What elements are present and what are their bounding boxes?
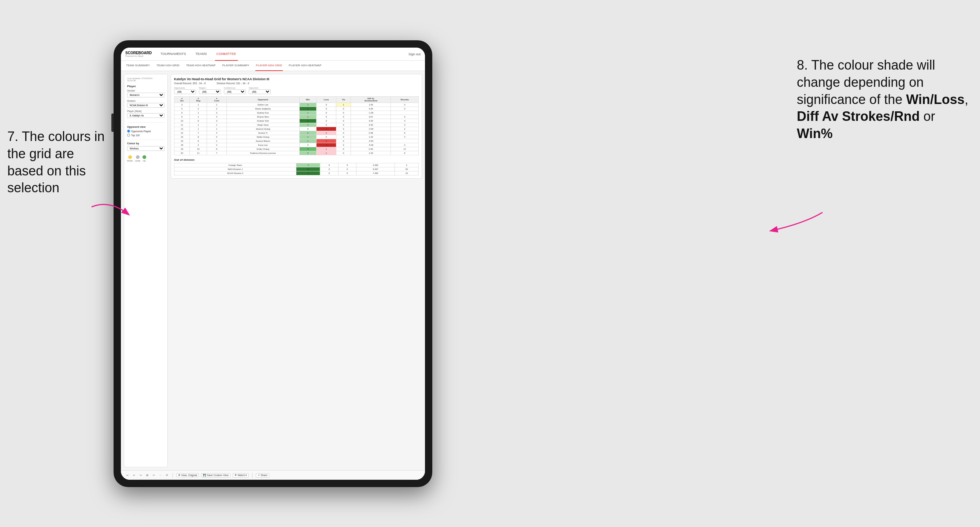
cell-out-rounds: 2 <box>395 163 418 167</box>
cell-reg: 7 <box>190 131 207 135</box>
cell-opponent: Sydney Kuo <box>226 111 299 115</box>
cell-win: 0 <box>299 127 316 131</box>
redo-forward-button[interactable]: ↪ <box>138 473 143 477</box>
nav-tournaments[interactable]: TOURNAMENTS <box>159 48 187 61</box>
cell-tie: 0 <box>336 107 351 111</box>
cell-conf: 4 <box>207 115 226 119</box>
sub-nav-player-h2h-grid[interactable]: PLAYER H2H GRID <box>255 61 283 71</box>
cell-reg: 1 <box>190 115 207 119</box>
table-row: 15 8 5 Stella Cheng 1 0 0 1.25 4 <box>174 135 419 139</box>
cell-diff: 4.00 <box>351 107 391 111</box>
division-label: Division <box>127 100 164 102</box>
cell-out-loss: 0 <box>320 167 338 171</box>
cell-loss: 0 <box>317 123 336 127</box>
cell-win: 1 <box>299 135 316 139</box>
cell-rounds: 2 <box>391 127 419 131</box>
cell-tie: 0 <box>336 111 351 115</box>
opponents-filter-label: Opponents: <box>174 87 196 89</box>
cell-rounds: 2 <box>391 143 419 147</box>
cell-reg: 1 <box>190 103 207 107</box>
cell-conf: 1 <box>207 139 226 143</box>
more-button[interactable]: ··· <box>158 473 163 477</box>
cell-opponent: Eunice Yi <box>226 131 299 135</box>
division-record: Division Record: 331 - 34 - 6 <box>216 82 249 84</box>
table-row: 6 1 3 Sydney Kuo 1 0 0 -1.00 <box>174 111 419 115</box>
cell-diff: 1.25 <box>351 135 391 139</box>
arrow-right-indicator <box>767 209 826 240</box>
cell-out-tie: 0 <box>338 171 356 175</box>
radio-opponents-played[interactable]: Opponents Played <box>127 130 164 133</box>
colour-legend: Down Level Up <box>127 155 164 162</box>
cell-tie: 0 <box>336 115 351 119</box>
cell-win: 1 <box>299 103 316 107</box>
th-rounds: Rounds <box>391 97 419 103</box>
opponent-view-title: Opponent view <box>127 125 164 128</box>
cell-out-win: 5 <box>296 171 320 175</box>
filters-row: Opponents: (All) Region (All) <box>174 87 419 94</box>
cell-loss: 1 <box>317 127 336 131</box>
main-grid-card: Katelyn Vo Head-to-Head Grid for Women's… <box>171 74 422 179</box>
cell-reg: 1 <box>190 127 207 131</box>
cell-div: 6 <box>174 111 190 115</box>
cell-rounds: 4 <box>391 135 419 139</box>
table-row: 10 6 3 Andrea York 2 0 0 4.00 4 <box>174 119 419 123</box>
save-custom-view-button[interactable]: 💾 Save Custom View <box>201 473 231 478</box>
region-filter-select[interactable]: (All) <box>199 89 221 94</box>
cell-conf: 5 <box>207 135 226 139</box>
view-original-button[interactable]: 👁 View: Original <box>176 473 199 477</box>
cell-rounds: 3 <box>391 115 419 119</box>
cell-diff: -0.94 <box>351 139 391 143</box>
opponents-filter-select[interactable]: (All) <box>174 89 196 94</box>
nav-teams[interactable]: TEAMS <box>194 48 208 61</box>
table-row: 14 7 4 Eunice Yi 2 2 0 0.38 9 <box>174 131 419 135</box>
cell-out-opponent: Foreign Team <box>174 163 296 167</box>
cell-conf: 2 <box>207 107 226 111</box>
sub-nav-team-h2h-grid[interactable]: TEAM H2H GRID <box>156 61 180 71</box>
cell-conf: 3 <box>207 119 226 123</box>
opponent-filter-select[interactable]: (All) <box>249 89 271 94</box>
cell-reg: 8 <box>190 135 207 139</box>
cell-diff: -5.00 <box>351 143 391 147</box>
watch-button[interactable]: 👁 Watch ▾ <box>232 473 249 478</box>
table-row: 9 1 4 Sharon Mun 1 0 0 3.67 3 <box>174 115 419 119</box>
cut-button[interactable]: ✂ <box>152 473 156 477</box>
sub-nav-player-h2h-heatmap[interactable]: PLAYER H2H HEATMAP <box>288 61 322 71</box>
gender-select[interactable]: Women's <box>127 93 164 97</box>
opponent-filter: Opponent (All) <box>249 87 271 94</box>
nav-committee[interactable]: COMMITTEE <box>215 48 238 61</box>
player-rank-select[interactable]: 8. Katelyn Vo <box>127 113 164 118</box>
undo-button[interactable]: ↩ <box>125 473 130 477</box>
cell-rounds: 6 <box>391 151 419 155</box>
last-updated: Last Updated: 27/03/2024 16:55:38 <box>127 77 164 82</box>
cell-tie: 0 <box>336 135 351 139</box>
conference-filter-select[interactable]: (All) <box>224 89 246 94</box>
cell-rounds <box>391 111 419 115</box>
cell-loss: 3 <box>317 143 336 147</box>
sign-out-link[interactable]: Sign out <box>409 52 421 56</box>
division-select[interactable]: NCAA Division III <box>127 103 164 108</box>
cell-reg: 2 <box>190 143 207 147</box>
table-row: 3 1 1 Esther Lee 1 0 1 1.50 4 <box>174 103 419 107</box>
cell-opponent: Euna Lee <box>226 143 299 147</box>
grid-button[interactable]: ⊞ <box>145 473 150 477</box>
refresh-button[interactable]: ⟳ <box>165 473 169 477</box>
sub-nav-team-h2h-heatmap[interactable]: TEAM H2H HEATMAP <box>185 61 216 71</box>
nav-bar: SCOREBOARD Powered by clippd TOURNAMENTS… <box>121 48 425 61</box>
cell-loss: 0 <box>317 111 336 115</box>
cell-loss: 2 <box>317 139 336 143</box>
cell-conf: 1 <box>207 103 226 107</box>
colour-by-select[interactable]: Win/loss <box>127 146 164 151</box>
radio-top-100[interactable]: Top 100 <box>127 134 164 137</box>
sub-nav-player-summary[interactable]: PLAYER SUMMARY <box>222 61 250 71</box>
cell-out-tie: 0 <box>338 167 356 171</box>
region-filter-label: Region <box>199 87 221 89</box>
share-button[interactable]: ↗ Share <box>256 473 269 478</box>
cell-conf: 1 <box>207 127 226 131</box>
redo-back-button[interactable]: ↩ <box>132 473 136 477</box>
legend-label-up: Up <box>143 160 146 162</box>
sub-nav-team-summary[interactable]: TEAM SUMMARY <box>125 61 151 71</box>
opponent-view-radio-group: Opponents Played Top 100 <box>127 130 164 137</box>
cell-out-tie: 0 <box>338 163 356 167</box>
annotation-right: 8. The colour shade will change dependin… <box>797 57 973 143</box>
colour-by-title: Colour by <box>127 142 164 144</box>
